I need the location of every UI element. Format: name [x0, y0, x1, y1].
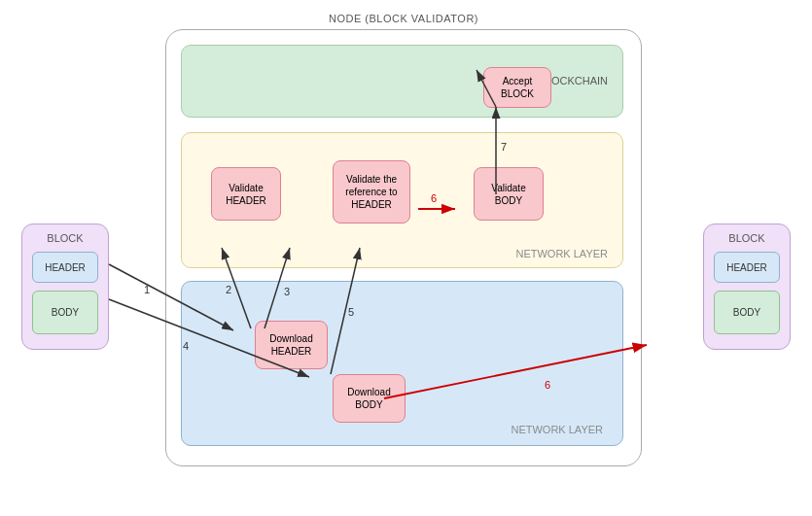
validate-header: ValidateHEADER: [211, 167, 281, 221]
network-layer-bottom-label: NETWORK LAYER: [511, 424, 603, 435]
validate-ref: Validate thereference toHEADER: [333, 160, 410, 224]
network-layer-top-label: NETWORK LAYER: [515, 248, 608, 259]
right-header-box: HEADER: [714, 252, 780, 283]
left-header-box: HEADER: [32, 252, 98, 283]
download-header: DownloadHEADER: [255, 321, 328, 369]
right-block: BLOCK HEADER BODY: [703, 224, 791, 350]
validate-body: ValidateBODY: [474, 167, 544, 221]
node-validator: NODE (BLOCK VALIDATOR) BLOCKCHAIN Accept…: [165, 29, 642, 466]
right-block-label: BLOCK: [728, 232, 764, 244]
network-layer-bottom: NETWORK LAYER DownloadHEADER DownloadBOD…: [181, 281, 623, 446]
right-body-box: BODY: [714, 291, 780, 334]
node-validator-label: NODE (BLOCK VALIDATOR): [329, 13, 478, 24]
left-body-box: BODY: [32, 291, 98, 334]
accept-block: AcceptBLOCK: [483, 67, 551, 108]
download-body: DownloadBODY: [333, 374, 406, 423]
left-block: BLOCK HEADER BODY: [21, 224, 109, 350]
network-layer-top: NETWORK LAYER ValidateHEADER Validate th…: [181, 132, 623, 268]
arrow-1-label: 1: [144, 284, 150, 295]
blockchain-box: BLOCKCHAIN AcceptBLOCK: [181, 45, 623, 118]
left-block-label: BLOCK: [47, 232, 83, 244]
diagram-container: BLOCK HEADER BODY BLOCK HEADER BODY NODE…: [0, 0, 812, 516]
